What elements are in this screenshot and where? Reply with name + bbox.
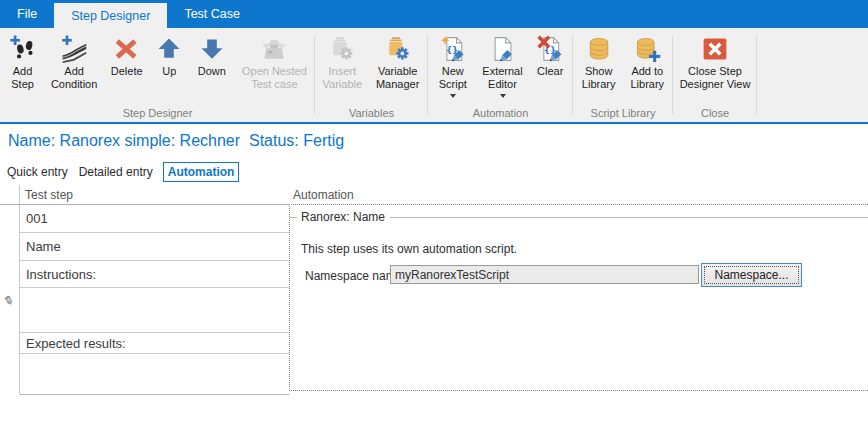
tab-file[interactable]: File — [0, 0, 54, 28]
test-step-grid: 001 Name Instructions: Expected results: — [20, 205, 289, 395]
tab-quick-entry[interactable]: Quick entry — [6, 162, 69, 182]
new-script-button[interactable]: {} NewScript — [431, 35, 475, 98]
focus-rectangle — [704, 266, 799, 284]
ribbon-group-close: Close StepDesigner View Close — [673, 28, 757, 122]
automation-description: This step uses its own automation script… — [301, 242, 517, 256]
add-condition-button[interactable]: AddCondition — [45, 35, 103, 91]
ribbon-group-automation: {} NewScript E — [428, 28, 573, 122]
database-plus-icon — [633, 35, 661, 63]
group-separator — [756, 36, 757, 114]
group-label-script-library: Script Library — [573, 107, 673, 119]
test-step-row-id[interactable]: 001 — [20, 205, 289, 233]
entry-mode-tabs: Quick entry Detailed entry Automation — [6, 162, 239, 182]
test-step-row-name[interactable]: Name — [20, 233, 289, 261]
ribbon-group-variables: InsertVariable — [315, 28, 428, 122]
insert-variable-button: InsertVariable — [317, 35, 367, 91]
ranorex-groupbox-legend: Ranorex: Name — [290, 210, 868, 224]
tab-automation[interactable]: Automation — [163, 162, 240, 182]
ribbon: AddStep AddCondition — [0, 28, 868, 124]
open-box-icon — [260, 35, 288, 63]
tab-step-designer[interactable]: Step Designer — [54, 3, 167, 28]
junction-plus-icon — [60, 35, 88, 63]
group-label-variables: Variables — [315, 107, 428, 119]
namespace-name-input[interactable] — [390, 265, 699, 284]
show-library-button[interactable]: ShowLibrary — [576, 35, 622, 91]
add-step-button[interactable]: AddStep — [2, 35, 44, 91]
clear-button[interactable]: {} Clear — [530, 35, 570, 78]
up-button[interactable]: Up — [150, 35, 188, 78]
group-label-automation: Automation — [428, 107, 573, 119]
test-step-row-instructions-value[interactable] — [20, 288, 289, 333]
ribbon-tab-bar: File Step Designer Test Case — [0, 0, 868, 28]
test-step-row-instructions[interactable]: Instructions: — [20, 261, 289, 288]
add-to-library-button[interactable]: Add toLibrary — [624, 35, 670, 91]
test-step-row-expected-results-value[interactable] — [20, 354, 289, 395]
ribbon-group-step-designer: AddStep AddCondition — [0, 28, 315, 122]
pencil-icon: ✎ — [1, 292, 14, 308]
clear-script-icon: {} — [536, 35, 564, 63]
box-gear-orange-icon — [384, 35, 412, 63]
database-icon — [585, 35, 613, 63]
test-step-row-expected-results[interactable]: Expected results: — [20, 333, 289, 354]
down-button[interactable]: Down — [190, 35, 234, 78]
open-nested-test-case-button: Open NestedTest case — [235, 35, 313, 91]
delete-button[interactable]: Delete — [105, 35, 149, 78]
red-square-x-icon — [701, 35, 729, 63]
arrow-up-icon — [155, 35, 183, 63]
external-editor-button[interactable]: ExternalEditor — [478, 35, 528, 98]
tab-detailed-entry[interactable]: Detailed entry — [78, 162, 154, 182]
variable-manager-button[interactable]: VariableManager — [370, 35, 426, 91]
group-label-step-designer: Step Designer — [0, 107, 315, 119]
footprints-plus-icon — [9, 35, 37, 63]
ribbon-group-script-library: ShowLibrary Add toLibrary — [573, 28, 673, 122]
dropdown-arrow-icon[interactable] — [500, 94, 506, 98]
groupbox-title: Ranorex: Name — [297, 210, 390, 224]
external-editor-icon — [489, 35, 517, 63]
group-label-close: Close — [673, 107, 757, 119]
automation-panel: Ranorex: Name This step uses its own aut… — [289, 204, 868, 391]
red-x-icon — [113, 35, 141, 63]
namespace-button[interactable]: Namespace... — [701, 263, 802, 287]
test-step-column-header: Test step — [25, 188, 73, 202]
page-title: Name: Ranorex simple: Rechner Status: Fe… — [8, 132, 344, 150]
dropdown-arrow-icon[interactable] — [450, 94, 456, 98]
step-designer-window: File Step Designer Test Case — [0, 0, 868, 447]
box-gear-gray-icon — [328, 35, 356, 63]
new-script-icon: {} — [439, 35, 467, 63]
arrow-down-icon — [198, 35, 226, 63]
tab-test-case[interactable]: Test Case — [167, 0, 257, 28]
close-step-designer-view-button[interactable]: Close StepDesigner View — [675, 35, 755, 91]
namespace-name-label: Namespace name — [305, 269, 402, 283]
automation-column-header: Automation — [293, 188, 354, 202]
